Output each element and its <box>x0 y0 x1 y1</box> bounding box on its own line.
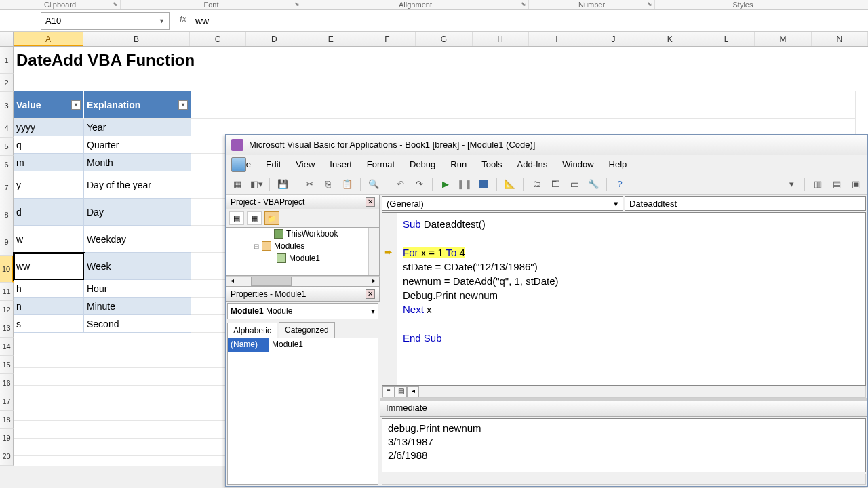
tab-categorized[interactable]: Categorized <box>279 322 335 338</box>
selected-cell[interactable]: ww <box>14 253 84 280</box>
table-cell[interactable]: Second <box>84 315 191 333</box>
scrollbar-horizontal[interactable]: ◂▸ <box>226 276 380 287</box>
row-header[interactable]: 5 <box>0 138 14 156</box>
row-header[interactable]: 19 <box>0 429 14 447</box>
col-header-I[interactable]: I <box>529 32 585 46</box>
col-header-J[interactable]: J <box>585 32 642 46</box>
table-header-explanation[interactable]: Explanation▾ <box>84 92 191 119</box>
property-row[interactable]: (Name) Module1 <box>228 338 378 352</box>
row-header[interactable]: 9 <box>0 228 14 256</box>
extra-toolbar-icon[interactable]: ▣ <box>848 177 863 192</box>
dialog-launcher-icon[interactable]: ⬊ <box>294 1 300 7</box>
procedure-view-icon[interactable]: ≡ <box>382 386 395 397</box>
row-header[interactable]: 11 <box>0 283 14 301</box>
table-cell[interactable]: yyyy <box>14 119 84 136</box>
col-header-M[interactable]: M <box>755 32 811 46</box>
procedure-combo[interactable]: Dateaddtest <box>625 196 866 211</box>
table-cell[interactable]: Weekday <box>84 226 191 253</box>
col-header-B[interactable]: B <box>83 32 190 46</box>
run-icon[interactable]: ▶ <box>438 177 453 192</box>
row-header[interactable]: 7 <box>0 174 14 201</box>
menu-window[interactable]: Window <box>555 157 600 172</box>
col-header-F[interactable]: F <box>359 32 416 46</box>
full-module-view-icon[interactable]: ▤ <box>395 386 407 397</box>
insert-function-button[interactable]: fx <box>176 14 190 28</box>
table-cell[interactable]: s <box>14 315 84 333</box>
properties-grid[interactable]: (Name) Module1 <box>227 338 378 485</box>
row-header[interactable]: 1 <box>0 47 14 74</box>
vba-title-bar[interactable]: Microsoft Visual Basic for Applications … <box>226 135 867 155</box>
scrollbar-vertical[interactable] <box>368 228 379 275</box>
cell-title[interactable]: DateAdd VBA Function <box>14 47 197 74</box>
find-icon[interactable]: 🔍 <box>366 177 381 192</box>
scroll-left-icon[interactable]: ◂ <box>407 386 419 397</box>
table-cell[interactable]: Minute <box>84 298 191 315</box>
dialog-launcher-icon[interactable]: ⬊ <box>646 1 653 7</box>
view-code-icon[interactable]: ▤ <box>229 211 244 225</box>
col-header-N[interactable]: N <box>812 32 868 46</box>
properties-icon[interactable]: 🗔 <box>548 177 563 192</box>
property-value[interactable]: Module1 <box>269 338 378 352</box>
table-cell[interactable]: m <box>14 154 84 171</box>
filter-dropdown-icon[interactable]: ▾ <box>178 100 188 110</box>
table-cell[interactable]: Month <box>84 154 191 171</box>
chevron-down-icon[interactable]: ▼ <box>159 18 165 24</box>
row-header[interactable]: 8 <box>0 201 14 228</box>
properties-title[interactable]: Properties - Module1 ✕ <box>226 287 380 302</box>
design-mode-icon[interactable]: 📐 <box>502 177 517 192</box>
project-explorer-title[interactable]: Project - VBAProject ✕ <box>226 195 380 209</box>
scrollbar-horizontal[interactable] <box>382 474 866 485</box>
table-header-value[interactable]: Value▾ <box>14 92 84 119</box>
table-cell[interactable]: w <box>14 226 84 253</box>
close-icon[interactable]: ✕ <box>366 289 375 299</box>
menu-view[interactable]: View <box>289 157 321 172</box>
cut-icon[interactable]: ✂ <box>302 177 317 192</box>
row-header[interactable]: 18 <box>0 411 14 429</box>
toolbox-icon[interactable]: 🔧 <box>586 177 601 192</box>
reset-icon[interactable] <box>476 177 491 192</box>
extra-toolbar-icon[interactable]: ▥ <box>810 177 825 192</box>
table-cell[interactable]: h <box>14 280 84 298</box>
toggle-folders-icon[interactable]: 📁 <box>264 211 279 225</box>
table-cell[interactable]: d <box>14 199 84 226</box>
redo-icon[interactable]: ↷ <box>412 177 427 192</box>
col-header-A[interactable]: A <box>14 32 83 46</box>
project-explorer-icon[interactable]: 🗂 <box>529 177 544 192</box>
tab-alphabetic[interactable]: Alphabetic <box>227 323 277 338</box>
table-cell[interactable]: n <box>14 298 84 315</box>
copy-icon[interactable]: ⎘ <box>321 177 336 192</box>
menu-format[interactable]: Format <box>360 157 401 172</box>
properties-object-combo[interactable]: Module1 Module ▾ <box>227 303 378 319</box>
name-box[interactable]: A10 ▼ <box>41 12 170 30</box>
filter-dropdown-icon[interactable]: ▾ <box>71 100 81 110</box>
row-header[interactable]: 3 <box>0 92 14 119</box>
menu-debug[interactable]: Debug <box>403 157 442 172</box>
immediate-title[interactable]: Immediate <box>380 401 867 417</box>
row-header[interactable]: 13 <box>0 319 14 338</box>
col-header-L[interactable]: L <box>698 32 755 46</box>
col-header-D[interactable]: D <box>246 32 302 46</box>
menu-tools[interactable]: Tools <box>475 157 509 172</box>
insert-dropdown-icon[interactable]: ◧▾ <box>249 177 264 192</box>
select-all-corner[interactable] <box>0 32 14 46</box>
cell[interactable] <box>191 92 856 119</box>
dialog-launcher-icon[interactable]: ⬊ <box>520 1 527 7</box>
tree-collapse-icon[interactable]: ⊟ <box>254 243 259 250</box>
row-header[interactable]: 2 <box>0 74 14 92</box>
row-header[interactable]: 16 <box>0 374 14 392</box>
menu-edit[interactable]: Edit <box>259 157 288 172</box>
cell[interactable] <box>14 74 854 92</box>
table-cell[interactable]: q <box>14 136 84 154</box>
toolbar-overflow-icon[interactable]: ▾ <box>784 177 799 192</box>
col-header-C[interactable]: C <box>190 32 246 46</box>
table-cell[interactable]: Day of the year <box>84 171 191 199</box>
table-cell[interactable]: Week <box>84 253 191 280</box>
extra-toolbar-icon[interactable]: ▤ <box>829 177 844 192</box>
object-combo[interactable]: (General)▾ <box>382 196 623 211</box>
menu-help[interactable]: Help <box>602 157 634 172</box>
row-header[interactable]: 12 <box>0 301 14 319</box>
row-header[interactable]: 6 <box>0 156 14 174</box>
paste-icon[interactable]: 📋 <box>340 177 355 192</box>
col-header-K[interactable]: K <box>642 32 698 46</box>
help-icon[interactable]: ? <box>612 177 627 192</box>
